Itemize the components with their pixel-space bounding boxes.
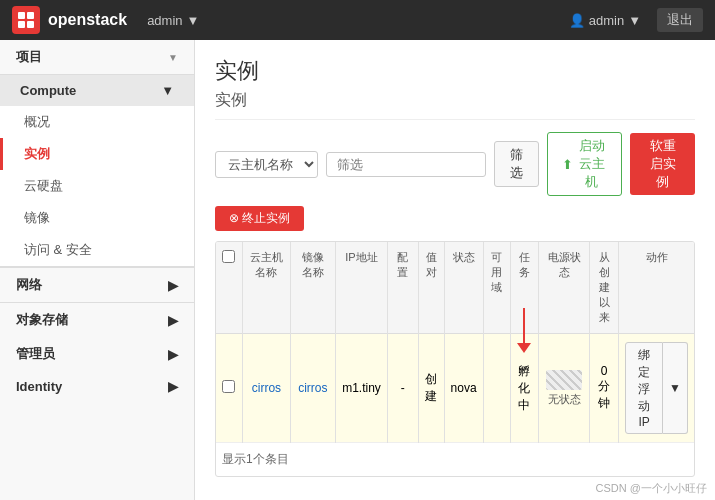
row-task-label: 孵化中 [518, 364, 530, 412]
select-all-checkbox[interactable] [222, 250, 235, 263]
th-config: 配置 [388, 242, 418, 334]
content-area: 实例 实例 云主机名称 筛选 ⬆ 启动云主机 软重启实例 ⊗ 终止实例 [195, 40, 715, 500]
sidebar-admin-header[interactable]: 管理员 ▶ [0, 337, 194, 371]
row-task-cell: 孵化中 [510, 334, 538, 443]
row-zone-cell [483, 334, 510, 443]
sidebar-network-arrow: ▶ [168, 278, 178, 293]
filter-input[interactable] [326, 152, 486, 177]
table-header-row: 云主机名称 镜像名称 IP地址 配置 值对 状态 可用域 任务 电源状态 从创建… [216, 242, 694, 334]
terminate-label: 终止实例 [242, 211, 290, 225]
row-config-cell: - [388, 334, 418, 443]
th-ip: IP地址 [335, 242, 387, 334]
row-action-cell: 绑定浮动IP ▼ [619, 334, 694, 443]
sidebar-object-arrow: ▶ [168, 313, 178, 328]
logo-icon [12, 6, 40, 34]
logout-button[interactable]: 退出 [657, 8, 703, 32]
toolbar-row1: 云主机名称 筛选 ⬆ 启动云主机 软重启实例 [215, 132, 695, 196]
sidebar-item-volumes[interactable]: 云硬盘 [0, 170, 194, 202]
sidebar-compute-group: Compute ▼ 概况 实例 云硬盘 镜像 访问 & 安全 [0, 74, 194, 267]
th-action: 动作 [619, 242, 694, 334]
section-title: 实例 [215, 90, 695, 120]
sidebar-identity-label: Identity [16, 379, 62, 394]
logo: openstack [12, 6, 127, 34]
row-name-cell: cirros [242, 334, 290, 443]
sidebar-identity-arrow: ▶ [168, 379, 178, 394]
row-checkbox-cell [216, 334, 242, 443]
sidebar-item-access[interactable]: 访问 & 安全 [0, 234, 194, 266]
sidebar-identity-header[interactable]: Identity ▶ [0, 371, 194, 402]
terminate-button[interactable]: ⊗ 终止实例 [215, 206, 304, 231]
svg-rect-2 [18, 21, 25, 28]
toolbar-row2: ⊗ 终止实例 [215, 206, 695, 231]
th-checkbox [216, 242, 242, 334]
svg-rect-1 [27, 12, 34, 19]
instances-table: 云主机名称 镜像名称 IP地址 配置 值对 状态 可用域 任务 电源状态 从创建… [216, 242, 694, 443]
row-checkbox[interactable] [222, 380, 235, 393]
power-badge: 无状态 [546, 370, 582, 407]
instances-table-container: 云主机名称 镜像名称 IP地址 配置 值对 状态 可用域 任务 电源状态 从创建… [215, 241, 695, 477]
th-power: 电源状态 [538, 242, 589, 334]
sidebar-item-instances[interactable]: 实例 [0, 138, 194, 170]
nav-left: openstack admin ▼ [12, 6, 199, 34]
sidebar-compute-arrow: ▼ [161, 83, 174, 98]
th-zone: 可用域 [483, 242, 510, 334]
sidebar-admin-label: 管理员 [16, 345, 55, 363]
row-value-cell: 创建 [418, 334, 444, 443]
th-value: 值对 [418, 242, 444, 334]
svg-rect-3 [27, 21, 34, 28]
row-mirror-cell: cirros [290, 334, 335, 443]
sidebar-network-label: 网络 [16, 276, 42, 294]
table-row: cirros cirros m1.tiny - 创建 nova [216, 334, 694, 443]
sidebar: 项目 ▼ Compute ▼ 概况 实例 云硬盘 镜像 访问 & 安全 网络 ▶… [0, 40, 195, 500]
logo-text: openstack [48, 11, 127, 29]
bind-ip-button[interactable]: 绑定浮动IP [625, 342, 663, 434]
row-ip-cell: m1.tiny [335, 334, 387, 443]
sidebar-project-label: 项目 [16, 48, 42, 66]
launch-icon: ⬆ [562, 157, 573, 172]
row-time-cell: 0 分钟 [590, 334, 619, 443]
page-title: 实例 [215, 56, 695, 86]
th-name: 云主机名称 [242, 242, 290, 334]
admin-menu[interactable]: admin ▼ [147, 13, 199, 28]
filter-select[interactable]: 云主机名称 [215, 151, 318, 178]
sidebar-admin-arrow: ▶ [168, 347, 178, 362]
action-group: 绑定浮动IP ▼ [625, 342, 688, 434]
sidebar-project-header[interactable]: 项目 ▼ [0, 40, 194, 74]
user-menu[interactable]: 👤 admin ▼ [569, 13, 641, 28]
sidebar-item-overview[interactable]: 概况 [0, 106, 194, 138]
admin-label: admin [147, 13, 182, 28]
top-nav: openstack admin ▼ 👤 admin ▼ 退出 [0, 0, 715, 40]
user-dropdown-icon: ▼ [628, 13, 641, 28]
sidebar-project-arrow: ▼ [168, 52, 178, 63]
filter-button[interactable]: 筛选 [494, 141, 539, 187]
admin-dropdown-icon: ▼ [187, 13, 200, 28]
launch-label: 启动云主机 [577, 137, 607, 191]
th-time: 从创建以来 [590, 242, 619, 334]
sidebar-item-images[interactable]: 镜像 [0, 202, 194, 234]
row-status-cell: nova [444, 334, 483, 443]
sidebar-network-header[interactable]: 网络 ▶ [0, 267, 194, 302]
row-power-cell: 无状态 [538, 334, 589, 443]
row-name-link[interactable]: cirros [252, 381, 281, 395]
row-mirror-link[interactable]: cirros [298, 381, 327, 395]
main-layout: 项目 ▼ Compute ▼ 概况 实例 云硬盘 镜像 访问 & 安全 网络 ▶… [0, 40, 715, 500]
sidebar-compute-label: Compute [20, 83, 76, 98]
user-icon: 👤 [569, 13, 585, 28]
th-status: 状态 [444, 242, 483, 334]
nav-right: 👤 admin ▼ 退出 [569, 8, 703, 32]
table-footer: 显示1个条目 [216, 443, 694, 476]
bind-ip-dropdown[interactable]: ▼ [663, 342, 688, 434]
restart-button[interactable]: 软重启实例 [630, 133, 695, 195]
launch-button[interactable]: ⬆ 启动云主机 [547, 132, 622, 196]
svg-rect-0 [18, 12, 25, 19]
sidebar-compute-header[interactable]: Compute ▼ [0, 75, 194, 106]
power-label: 无状态 [548, 392, 581, 407]
terminate-icon: ⊗ [229, 211, 239, 225]
watermark: CSDN @一个小小旺仔 [596, 481, 707, 496]
user-label: admin [589, 13, 624, 28]
sidebar-object-storage-label: 对象存储 [16, 311, 68, 329]
sidebar-object-storage-header[interactable]: 对象存储 ▶ [0, 302, 194, 337]
th-mirror: 镜像名称 [290, 242, 335, 334]
